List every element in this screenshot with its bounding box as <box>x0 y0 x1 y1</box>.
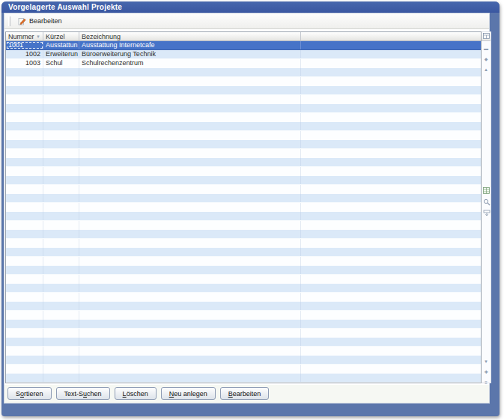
cell-nummer[interactable] <box>6 113 43 122</box>
cell-bezeichnung[interactable]: Büroerweiterung Technik <box>79 50 301 58</box>
column-header-nummer[interactable]: Nummer▼ <box>6 32 43 40</box>
cell-nummer[interactable] <box>6 104 43 112</box>
table-row-empty[interactable] <box>6 347 481 356</box>
table-row-empty[interactable] <box>6 167 481 176</box>
footer-button-bearbeiten[interactable]: Bearbeiten <box>220 387 270 400</box>
cell-empty[interactable] <box>301 140 481 148</box>
cell-nummer[interactable] <box>6 284 43 292</box>
cell-kuerzel[interactable] <box>43 302 79 310</box>
cell-bezeichnung[interactable] <box>79 239 301 248</box>
cell-bezeichnung[interactable] <box>79 131 301 140</box>
cell-kuerzel[interactable] <box>43 329 79 338</box>
cell-nummer[interactable] <box>6 311 43 320</box>
cell-empty[interactable] <box>301 338 481 346</box>
cell-nummer[interactable] <box>6 356 43 364</box>
table-row-project[interactable]: 1003SchulSchulrechenzentrum <box>6 59 481 68</box>
cell-empty[interactable] <box>301 185 481 194</box>
scroll-row-marker[interactable]: ▬ <box>482 46 491 52</box>
cell-kuerzel[interactable] <box>43 122 79 130</box>
search-icon[interactable] <box>482 198 491 206</box>
cell-bezeichnung[interactable] <box>79 185 301 194</box>
cell-empty[interactable] <box>301 356 481 364</box>
cell-kuerzel[interactable] <box>43 158 79 166</box>
cell-empty[interactable] <box>301 248 481 256</box>
cell-kuerzel[interactable] <box>43 131 79 140</box>
cell-bezeichnung[interactable] <box>79 374 301 382</box>
column-header-empty[interactable] <box>301 32 481 40</box>
cell-empty[interactable] <box>301 104 481 112</box>
cell-kuerzel[interactable] <box>43 68 79 76</box>
table-row-empty[interactable] <box>6 194 481 203</box>
table-row-empty[interactable] <box>6 176 481 185</box>
cell-empty[interactable] <box>301 365 481 374</box>
cell-nummer[interactable] <box>6 95 43 104</box>
cell-empty[interactable] <box>301 194 481 202</box>
cell-bezeichnung[interactable] <box>79 356 301 364</box>
cell-nummer[interactable] <box>6 122 43 130</box>
cell-empty[interactable] <box>301 212 481 220</box>
cell-nummer[interactable] <box>6 302 43 310</box>
scroll-diamond-marker[interactable]: ◆ <box>482 56 491 62</box>
cell-empty[interactable] <box>301 266 481 274</box>
table-row-project[interactable]: 1001AusstattunAusstattung Internetcafe <box>6 41 481 50</box>
cell-kuerzel[interactable] <box>43 239 79 248</box>
footer-button-löschen[interactable]: Löschen <box>115 387 157 400</box>
column-header-bezeichnung[interactable]: Bezeichnung <box>79 32 301 40</box>
cell-bezeichnung[interactable] <box>79 311 301 320</box>
cell-empty[interactable] <box>301 311 481 320</box>
cell-nummer[interactable]: 1003 <box>6 59 43 68</box>
cell-empty[interactable] <box>301 239 481 248</box>
cell-bezeichnung[interactable] <box>79 347 301 356</box>
table-row-empty[interactable] <box>6 158 481 167</box>
cell-bezeichnung[interactable] <box>79 122 301 130</box>
vertical-scrollbar[interactable]: ▬◆▲▼✚≡ <box>482 31 491 383</box>
table-row-project[interactable]: 1002ErweiterunBüroerweiterung Technik <box>6 50 481 59</box>
table-row-empty[interactable] <box>6 86 481 95</box>
cell-bezeichnung[interactable] <box>79 275 301 284</box>
cell-kuerzel[interactable] <box>43 194 79 202</box>
cell-kuerzel[interactable] <box>43 221 79 230</box>
scroll-down-arrow[interactable]: ▼ <box>482 359 491 365</box>
cell-empty[interactable] <box>301 302 481 310</box>
cell-bezeichnung[interactable] <box>79 113 301 122</box>
cell-empty[interactable] <box>301 77 481 86</box>
table-row-empty[interactable] <box>6 266 481 275</box>
cell-kuerzel[interactable] <box>43 104 79 112</box>
cell-bezeichnung[interactable] <box>79 320 301 328</box>
cell-bezeichnung[interactable] <box>79 86 301 94</box>
cell-nummer[interactable]: 1002 <box>6 50 43 58</box>
cell-nummer[interactable] <box>6 131 43 140</box>
table-row-empty[interactable] <box>6 221 481 230</box>
cell-nummer[interactable] <box>6 239 43 248</box>
cell-kuerzel[interactable] <box>43 212 79 220</box>
cell-bezeichnung[interactable] <box>79 158 301 166</box>
cell-empty[interactable] <box>301 113 481 122</box>
cell-empty[interactable] <box>301 257 481 266</box>
table-row-empty[interactable] <box>6 122 481 131</box>
cell-nummer[interactable] <box>6 374 43 382</box>
cell-empty[interactable] <box>301 320 481 328</box>
cell-bezeichnung[interactable] <box>79 140 301 148</box>
table-row-empty[interactable] <box>6 365 481 374</box>
cell-nummer[interactable] <box>6 77 43 86</box>
cell-empty[interactable] <box>301 41 481 49</box>
table-row-empty[interactable] <box>6 293 481 302</box>
cell-kuerzel[interactable] <box>43 203 79 212</box>
cell-empty[interactable] <box>301 158 481 166</box>
cell-nummer[interactable] <box>6 140 43 148</box>
cell-nummer[interactable] <box>6 86 43 94</box>
cell-nummer[interactable] <box>6 203 43 212</box>
cell-nummer[interactable] <box>6 212 43 220</box>
cell-kuerzel[interactable] <box>43 167 79 176</box>
cell-kuerzel[interactable] <box>43 284 79 292</box>
cell-empty[interactable] <box>301 167 481 176</box>
cell-bezeichnung[interactable] <box>79 266 301 274</box>
cell-nummer[interactable] <box>6 329 43 338</box>
table-row-empty[interactable] <box>6 149 481 158</box>
table-row-empty[interactable] <box>6 302 481 311</box>
cell-empty[interactable] <box>301 203 481 212</box>
cell-nummer[interactable] <box>6 347 43 356</box>
cell-empty[interactable] <box>301 374 481 382</box>
cell-empty[interactable] <box>301 275 481 284</box>
cell-nummer[interactable] <box>6 230 43 238</box>
